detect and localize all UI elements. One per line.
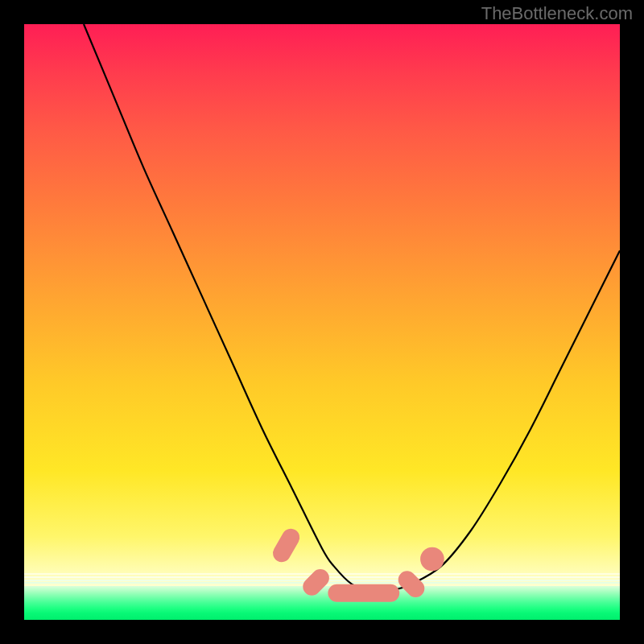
curve-svg — [24, 24, 620, 620]
plot-area — [24, 24, 620, 620]
bottleneck-curve — [84, 24, 620, 591]
trough-markers — [270, 526, 444, 602]
watermark-label: TheBottleneck.com — [481, 3, 633, 24]
flat-marker-left — [270, 526, 303, 565]
flat-marker-right — [420, 547, 444, 572]
flat-marker-mid-r — [394, 568, 428, 601]
flat-marker-center — [328, 584, 399, 602]
chart-frame: TheBottleneck.com — [0, 0, 644, 644]
flat-marker-mid-l — [299, 566, 333, 600]
